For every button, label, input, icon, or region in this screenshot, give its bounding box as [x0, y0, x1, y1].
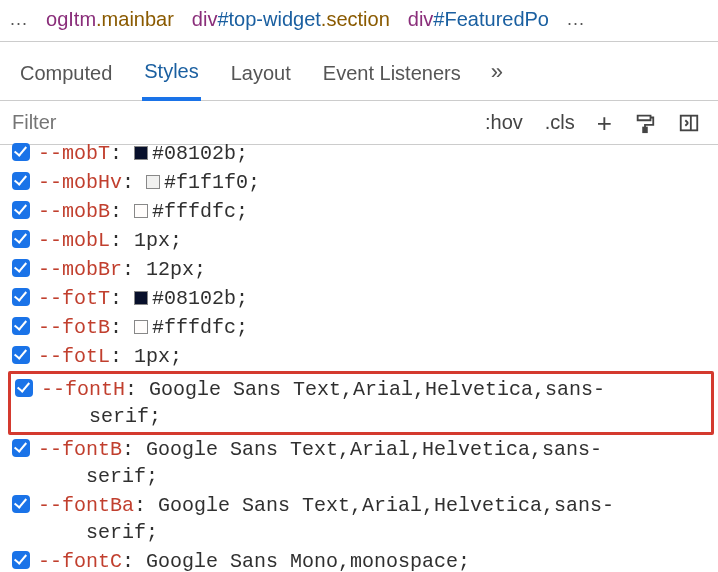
panel-toggle-icon[interactable]: [670, 108, 708, 138]
css-declaration[interactable]: --mobL: 1px;: [4, 226, 718, 255]
css-declaration[interactable]: --fotL: 1px;: [4, 342, 718, 371]
color-swatch[interactable]: [134, 146, 148, 160]
property-enable-checkbox[interactable]: [12, 172, 30, 190]
property-value[interactable]: 1px;: [134, 229, 182, 252]
property-value[interactable]: Google Sans Text,Arial,Helvetica,sans-: [158, 494, 614, 517]
property-enable-checkbox[interactable]: [12, 439, 30, 457]
svg-rect-1: [681, 115, 698, 130]
css-declaration[interactable]: --mobBr: 12px;: [4, 255, 718, 284]
property-enable-checkbox[interactable]: [12, 143, 30, 161]
declaration-text[interactable]: --fontBa: Google Sans Text,Arial,Helveti…: [34, 492, 712, 546]
css-declaration[interactable]: --mobHv: #f1f1f0;: [4, 168, 718, 197]
property-name[interactable]: --fontBa: [38, 494, 134, 517]
dom-breadcrumb: ... ogItm.mainbar div#top-widget.section…: [0, 0, 718, 42]
new-rule-button[interactable]: +: [589, 110, 620, 136]
color-swatch[interactable]: [134, 291, 148, 305]
property-value[interactable]: #fffdfc;: [152, 200, 248, 223]
declaration-text[interactable]: --fontH: Google Sans Text,Arial,Helvetic…: [37, 376, 709, 430]
bc-id: #FeaturedPo: [433, 8, 549, 30]
property-value[interactable]: 1px;: [134, 345, 182, 368]
property-value[interactable]: #08102b;: [152, 287, 248, 310]
property-value[interactable]: #08102b;: [152, 142, 248, 165]
property-enable-checkbox[interactable]: [12, 288, 30, 306]
property-enable-checkbox[interactable]: [12, 317, 30, 335]
styles-tabs: Computed Styles Layout Event Listeners »: [0, 42, 718, 101]
tabs-more[interactable]: »: [491, 59, 503, 95]
property-value[interactable]: 12px;: [146, 258, 206, 281]
tab-layout[interactable]: Layout: [229, 56, 293, 99]
property-value[interactable]: Google Sans Text,Arial,Helvetica,sans-: [146, 438, 602, 461]
property-value-continuation[interactable]: serif;: [38, 519, 712, 546]
color-swatch[interactable]: [134, 204, 148, 218]
property-name[interactable]: --fotT: [38, 287, 110, 310]
property-enable-checkbox[interactable]: [15, 379, 33, 397]
svg-rect-0: [643, 127, 647, 132]
paint-icon[interactable]: [626, 108, 664, 138]
css-declaration[interactable]: --mobB: #fffdfc;: [4, 197, 718, 226]
bc-tag: div: [192, 8, 218, 30]
tab-event-listeners[interactable]: Event Listeners: [321, 56, 463, 99]
tab-computed[interactable]: Computed: [18, 56, 114, 99]
color-swatch[interactable]: [146, 175, 160, 189]
property-value[interactable]: Google Sans Text,Arial,Helvetica,sans-: [149, 378, 605, 401]
declaration-text[interactable]: --fotL: 1px;: [34, 343, 712, 370]
bc-class: .mainbar: [96, 8, 174, 30]
breadcrumb-item[interactable]: div#top-widget.section: [192, 8, 390, 31]
property-enable-checkbox[interactable]: [12, 259, 30, 277]
styles-declarations: --mobT: #08102b;--mobHv: #f1f1f0;--mobB:…: [0, 145, 718, 572]
ellipsis-left[interactable]: ...: [10, 9, 28, 30]
property-name[interactable]: --mobBr: [38, 258, 122, 281]
bc-tag: div: [408, 8, 434, 30]
property-enable-checkbox[interactable]: [12, 201, 30, 219]
cls-toggle[interactable]: .cls: [537, 107, 583, 138]
property-value[interactable]: #fffdfc;: [152, 316, 248, 339]
tab-styles[interactable]: Styles: [142, 54, 200, 101]
property-value-continuation[interactable]: serif;: [38, 463, 712, 490]
property-name[interactable]: --mobB: [38, 200, 110, 223]
declaration-text[interactable]: --fontC: Google Sans Mono,monospace;: [34, 548, 712, 572]
property-enable-checkbox[interactable]: [12, 346, 30, 364]
css-declaration[interactable]: --fontH: Google Sans Text,Arial,Helvetic…: [8, 371, 714, 435]
property-name[interactable]: --fotB: [38, 316, 110, 339]
declaration-text[interactable]: --mobB: #fffdfc;: [34, 198, 712, 225]
property-value[interactable]: Google Sans Mono,monospace;: [146, 550, 470, 572]
declaration-text[interactable]: --fontB: Google Sans Text,Arial,Helvetic…: [34, 436, 712, 490]
declaration-text[interactable]: --mobL: 1px;: [34, 227, 712, 254]
property-value[interactable]: #f1f1f0;: [164, 171, 260, 194]
css-declaration[interactable]: --fontC: Google Sans Mono,monospace;: [4, 547, 718, 572]
property-enable-checkbox[interactable]: [12, 551, 30, 569]
property-name[interactable]: --fotL: [38, 345, 110, 368]
property-name[interactable]: --fontH: [41, 378, 125, 401]
property-name[interactable]: --fontB: [38, 438, 122, 461]
bc-class: .section: [321, 8, 390, 30]
css-declaration[interactable]: --fotT: #08102b;: [4, 284, 718, 313]
ellipsis-right[interactable]: ...: [567, 9, 585, 30]
declaration-text[interactable]: --mobHv: #f1f1f0;: [34, 169, 712, 196]
filter-input[interactable]: [12, 107, 471, 138]
property-enable-checkbox[interactable]: [12, 495, 30, 513]
bc-tag: ogItm: [46, 8, 96, 30]
css-declaration[interactable]: --fontB: Google Sans Text,Arial,Helvetic…: [4, 435, 718, 491]
property-name[interactable]: --mobL: [38, 229, 110, 252]
property-name[interactable]: --fontC: [38, 550, 122, 572]
color-swatch[interactable]: [134, 320, 148, 334]
css-declaration[interactable]: --fotB: #fffdfc;: [4, 313, 718, 342]
css-declaration[interactable]: --fontBa: Google Sans Text,Arial,Helveti…: [4, 491, 718, 547]
css-declaration[interactable]: --mobT: #08102b;: [4, 139, 718, 168]
property-name[interactable]: --mobHv: [38, 171, 122, 194]
declaration-text[interactable]: --fotB: #fffdfc;: [34, 314, 712, 341]
declaration-text[interactable]: --fotT: #08102b;: [34, 285, 712, 312]
property-value-continuation[interactable]: serif;: [41, 403, 709, 430]
declaration-text[interactable]: --mobBr: 12px;: [34, 256, 712, 283]
property-name[interactable]: --mobT: [38, 142, 110, 165]
property-enable-checkbox[interactable]: [12, 230, 30, 248]
bc-id: #top-widget: [217, 8, 320, 30]
hov-toggle[interactable]: :hov: [477, 107, 531, 138]
declaration-text[interactable]: --mobT: #08102b;: [34, 140, 712, 167]
breadcrumb-item[interactable]: div#FeaturedPo: [408, 8, 549, 31]
breadcrumb-item[interactable]: ogItm.mainbar: [46, 8, 174, 31]
